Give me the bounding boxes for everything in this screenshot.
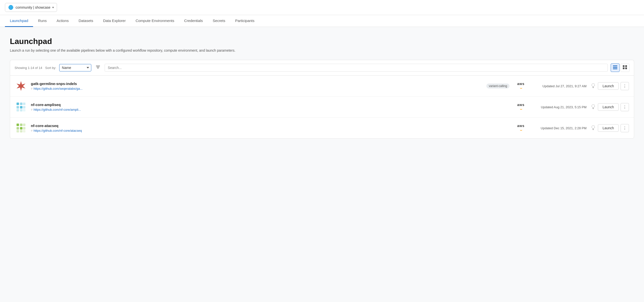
pipeline-item: gatk-germline-snps-indels ⑂ https://gith… xyxy=(10,76,634,97)
tab-actions[interactable]: Actions xyxy=(52,15,74,27)
svg-rect-41 xyxy=(23,127,26,129)
pipeline-url[interactable]: ⑂ https://github.com/nf-core/ampli... xyxy=(31,108,501,111)
svg-point-45 xyxy=(592,125,595,128)
view-toggle xyxy=(611,64,630,72)
nav-tabs: Launchpad Runs Actions Datasets Data Exp… xyxy=(0,15,644,27)
cloud-provider-aws: aws ⌣ xyxy=(514,124,528,132)
cloud-provider-aws: aws ⌣ xyxy=(514,103,528,111)
svg-rect-42 xyxy=(16,130,19,132)
sort-label: Sort by: xyxy=(45,66,56,70)
tab-data-explorer[interactable]: Data Explorer xyxy=(98,15,131,27)
svg-rect-10 xyxy=(613,68,617,69)
svg-rect-8 xyxy=(613,66,617,66)
more-button[interactable]: ⋮ xyxy=(620,103,629,111)
svg-rect-40 xyxy=(23,123,26,126)
grid-view-icon xyxy=(623,65,627,69)
tab-compute-environments[interactable]: Compute Environments xyxy=(130,15,179,27)
list-view-button[interactable] xyxy=(611,64,620,72)
pipeline-actions: Launch ⋮ xyxy=(590,82,629,90)
updated-info: Updated Aug 21, 2023, 5:15 PM xyxy=(532,105,586,109)
filter-icon xyxy=(96,65,100,69)
pipeline-actions: Launch ⋮ xyxy=(590,103,629,111)
tab-runs[interactable]: Runs xyxy=(33,15,52,27)
svg-rect-30 xyxy=(23,109,26,111)
svg-rect-26 xyxy=(23,103,26,105)
top-bar: community | showcase ▾ xyxy=(0,0,644,15)
svg-rect-37 xyxy=(20,123,22,126)
grid-view-button[interactable] xyxy=(620,64,630,72)
pipeline-url[interactable]: ⑂ https://github.com/nf-core/atacseq xyxy=(31,129,501,132)
pipeline-item: nf-core-ampliseq ⑂ https://github.com/nf… xyxy=(10,97,634,118)
launch-button[interactable]: Launch xyxy=(598,103,618,111)
tab-secrets[interactable]: Secrets xyxy=(208,15,230,27)
pipeline-info-gatk: gatk-germline-snps-indels ⑂ https://gith… xyxy=(31,82,478,90)
pipeline-list: gatk-germline-snps-indels ⑂ https://gith… xyxy=(10,75,634,139)
filter-button[interactable] xyxy=(94,64,102,72)
launch-button[interactable]: Launch xyxy=(598,124,618,132)
globe-icon xyxy=(8,5,14,10)
fork-icon: ⑂ xyxy=(31,108,32,111)
svg-rect-29 xyxy=(20,109,22,111)
svg-rect-12 xyxy=(625,65,627,67)
page-subtitle: Launch a run by selecting one of the ava… xyxy=(10,48,634,52)
updated-info: Updated Jul 27, 2021, 9:27 AM xyxy=(532,84,586,88)
sort-select[interactable]: Name Updated Created xyxy=(59,64,91,71)
pipeline-url[interactable]: ⑂ https://github.com/seqeralabs/ga... xyxy=(31,87,478,90)
pipeline-item: nf-core-atacseq ⑂ https://github.com/nf-… xyxy=(10,118,634,138)
tag-variant-calling: variant-calling xyxy=(486,84,510,88)
pipeline-name: gatk-germline-snps-indels xyxy=(31,82,478,86)
pipeline-name: nf-core-ampliseq xyxy=(31,103,501,107)
chevron-down-icon: ▾ xyxy=(52,6,54,9)
svg-rect-43 xyxy=(20,130,22,132)
page-title: Launchpad xyxy=(10,37,634,46)
bulb-icon[interactable] xyxy=(590,104,596,110)
svg-rect-36 xyxy=(16,123,19,126)
fork-icon: ⑂ xyxy=(31,87,32,90)
workspace-selector[interactable]: community | showcase ▾ xyxy=(5,3,57,12)
tab-participants[interactable]: Participants xyxy=(230,15,259,27)
bulb-icon[interactable] xyxy=(590,83,596,89)
svg-point-17 xyxy=(592,84,595,86)
svg-rect-14 xyxy=(625,67,627,69)
svg-rect-44 xyxy=(23,130,26,132)
tab-credentials[interactable]: Credentials xyxy=(179,15,208,27)
list-view-icon xyxy=(613,65,617,69)
svg-rect-9 xyxy=(613,67,617,68)
pipeline-logo-ampliseq xyxy=(15,101,27,113)
svg-rect-27 xyxy=(23,106,26,108)
pipeline-actions: Launch ⋮ xyxy=(590,124,629,132)
svg-rect-22 xyxy=(16,103,19,105)
svg-point-31 xyxy=(592,104,595,107)
launch-button[interactable]: Launch xyxy=(598,82,618,90)
pipeline-info-atacseq: nf-core-atacseq ⑂ https://github.com/nf-… xyxy=(31,123,501,132)
fork-icon: ⑂ xyxy=(31,129,32,132)
showing-label: Showing 1-14 of 14 xyxy=(14,66,42,70)
tab-launchpad[interactable]: Launchpad xyxy=(5,15,33,27)
svg-rect-28 xyxy=(16,109,19,111)
search-input[interactable] xyxy=(104,64,608,72)
bulb-icon[interactable] xyxy=(590,125,596,131)
cloud-provider-aws: aws ⌣ xyxy=(514,82,528,90)
tab-datasets[interactable]: Datasets xyxy=(74,15,98,27)
more-button[interactable]: ⋮ xyxy=(620,124,629,132)
pipeline-logo-atacseq xyxy=(15,122,27,134)
svg-rect-24 xyxy=(16,106,19,108)
svg-rect-13 xyxy=(623,67,624,69)
svg-rect-39 xyxy=(20,127,22,129)
toolbar: Showing 1-14 of 14 Sort by: Name Updated… xyxy=(10,60,634,75)
more-button[interactable]: ⋮ xyxy=(620,82,629,90)
pipeline-name: nf-core-atacseq xyxy=(31,123,501,128)
svg-rect-11 xyxy=(623,65,624,67)
updated-info: Updated Dec 15, 2021, 2:28 PM xyxy=(532,126,586,130)
pipeline-logo-gatk xyxy=(15,80,27,92)
pipeline-info-ampliseq: nf-core-ampliseq ⑂ https://github.com/nf… xyxy=(31,103,501,111)
svg-rect-38 xyxy=(16,127,19,129)
pipeline-tags: variant-calling xyxy=(486,84,510,88)
workspace-name: community | showcase xyxy=(16,6,50,10)
svg-rect-25 xyxy=(20,106,22,108)
main-content: Launchpad Launch a run by selecting one … xyxy=(0,27,644,302)
svg-rect-23 xyxy=(20,103,22,105)
